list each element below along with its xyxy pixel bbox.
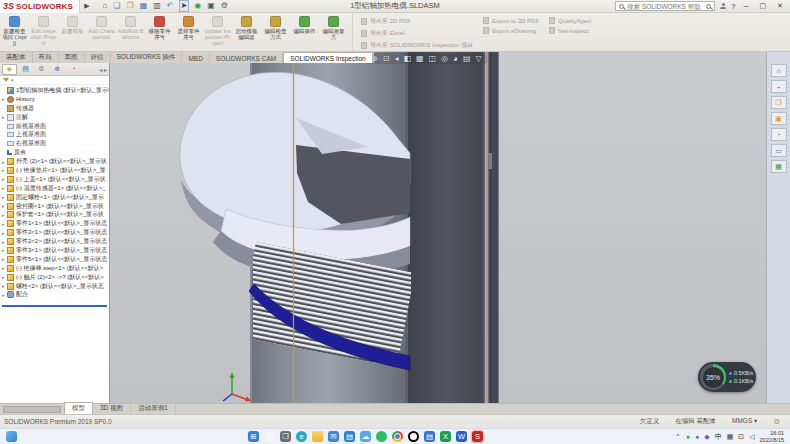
tray-app-green-icon[interactable]: ●: [686, 432, 690, 441]
featuremanager-tab[interactable]: ◈: [2, 64, 17, 75]
onedrive-icon[interactable]: ☁: [360, 431, 371, 442]
edit-inspection-method-button[interactable]: 编辑检查方式: [261, 13, 290, 51]
status-units-icon[interactable]: ⊙: [773, 417, 780, 426]
minimize-button[interactable]: ─: [741, 3, 752, 10]
commandmanager-tab[interactable]: 布局: [33, 51, 59, 63]
display-settings-icon[interactable]: ▣: [206, 1, 216, 11]
menu-flyout-arrow[interactable]: ▶: [84, 2, 89, 10]
commandmanager-tab[interactable]: 评估: [85, 51, 111, 63]
export-menu-item[interactable]: Export to 3D PDF: [483, 17, 539, 24]
tree-item[interactable]: ▸ 传感器: [0, 104, 109, 113]
file-explorer-icon[interactable]: [312, 431, 323, 442]
view-orientation-icon[interactable]: ▦: [416, 54, 424, 63]
hide-show-items-icon[interactable]: ◎: [441, 54, 448, 63]
tray-shield-icon[interactable]: ◆: [704, 432, 709, 441]
export-menu-item[interactable]: 导出至 2D PDF: [361, 17, 473, 26]
export-menu-item[interactable]: 导出至 SOLIDWORKS Inspection 项目: [361, 41, 473, 50]
status-item[interactable]: 欠定义: [640, 417, 660, 426]
rebuild-icon[interactable]: ◉: [193, 1, 202, 11]
edge-icon[interactable]: e: [296, 431, 307, 442]
remove-balloons-button[interactable]: 移除零件序号: [145, 13, 174, 51]
design-library-icon[interactable]: ❐: [771, 96, 787, 109]
tree-item[interactable]: ▸ History: [0, 95, 109, 104]
taskbar-clock[interactable]: 16:01 2022/8/15: [760, 430, 784, 443]
ime-language-indicator[interactable]: 中: [715, 432, 722, 441]
commandmanager-tab[interactable]: SOLIDWORKS 插件: [111, 51, 183, 63]
tree-item[interactable]: ▸ 注解: [0, 113, 109, 122]
edit-appearance-icon[interactable]: ◕: [453, 54, 458, 63]
tab-scroll-slider[interactable]: [3, 406, 61, 413]
volume-icon[interactable]: ◁: [749, 432, 754, 441]
tree-item[interactable]: ▸ (-) 温度传感器<1> (默认<<默认>_: [0, 184, 109, 193]
configurationmanager-tab[interactable]: ⚙: [34, 64, 49, 75]
section-view-icon[interactable]: ◧: [403, 54, 411, 63]
new-inspection-project-button[interactable]: 新建检查项目 (.ixprj): [0, 13, 29, 51]
tree-item[interactable]: ▸ 右视基准面: [0, 139, 109, 148]
commandmanager-tab[interactable]: 装配体: [0, 51, 33, 63]
view-settings-icon[interactable]: ▽: [476, 54, 482, 63]
save-icon[interactable]: ▦: [139, 1, 149, 11]
resources-icon[interactable]: ◒: [771, 80, 787, 93]
commandmanager-tab[interactable]: 草图: [59, 51, 85, 63]
monitor-icon[interactable]: ⊡: [738, 432, 744, 441]
tree-item[interactable]: ▸ (-) 上盖<1> (默认<<默认>_显示状: [0, 175, 109, 184]
weather-widget-icon[interactable]: [6, 431, 17, 442]
assembly-model[interactable]: [110, 52, 766, 403]
tree-item[interactable]: ▸ (-) 触片 (2)<2> ->? (默认<<默认>: [0, 273, 109, 282]
tree-item[interactable]: ▸ 螺栓<2> (默认<<默认>_显示状态: [0, 282, 109, 291]
undo-icon[interactable]: ↶: [166, 1, 175, 11]
help-button[interactable]: ?: [731, 2, 735, 11]
file-explorer-icon[interactable]: ▣: [771, 112, 787, 125]
tree-item[interactable]: ▸ 零件2<1> (默认<<默认>_显示状态: [0, 228, 109, 237]
app-orange-ring-icon[interactable]: [408, 431, 419, 442]
add-edit-balloons-button[interactable]: Add/Edit Balloons: [116, 13, 145, 51]
view-palette-icon[interactable]: ▭: [771, 144, 787, 157]
tree-item[interactable]: ▸ 保护套<1> (默认<<默认>_显示状: [0, 210, 109, 219]
app-green-icon[interactable]: [376, 431, 387, 442]
displaymanager-tab[interactable]: ◔: [66, 64, 81, 75]
edit-measurement-button[interactable]: 编辑测量方: [319, 13, 348, 51]
tree-item[interactable]: ▸ 零件2<2> (默认<<默认>_显示状态: [0, 237, 109, 246]
status-item[interactable]: MMGS ▾: [732, 417, 757, 426]
tree-item[interactable]: ▸ 零件5<1> (默认<<默认>_显示状态: [0, 255, 109, 264]
previous-view-icon[interactable]: ◂: [394, 54, 398, 63]
speed-monitor-widget[interactable]: 35% 0.5KB/s 0.1KB/s: [698, 362, 756, 392]
appearances-icon[interactable]: ◔: [771, 128, 787, 141]
export-menu-item[interactable]: Export eDrawing: [483, 27, 539, 34]
edit-operation-button[interactable]: 编辑操作: [290, 13, 319, 51]
tree-filter-bar[interactable]: ▾: [0, 76, 109, 85]
tree-item[interactable]: ▸ 上视基准面: [0, 130, 109, 139]
search-dropdown-icon[interactable]: [706, 4, 711, 9]
tree-item[interactable]: ▸ 密封圈<1> (默认<<默认>_显示状: [0, 202, 109, 211]
close-button[interactable]: ✕: [774, 2, 786, 10]
tree-item[interactable]: ▸ 固定螺栓<1> (默认<<默认>_显示: [0, 193, 109, 202]
launch-template-editor-button[interactable]: 启动模板编辑器: [232, 13, 261, 51]
panel-tab-overflow-arrows[interactable]: ◂ ▸: [99, 66, 109, 73]
tray-expand-icon[interactable]: ⌃: [675, 432, 681, 441]
search-button[interactable]: [264, 431, 275, 442]
open-icon[interactable]: ❐: [126, 1, 135, 11]
options-gear-icon[interactable]: ⚙: [220, 1, 229, 11]
tray-app-blue-icon[interactable]: ●: [695, 432, 699, 441]
store-icon[interactable]: ▤: [344, 431, 355, 442]
chrome-icon[interactable]: [392, 431, 403, 442]
start-button[interactable]: ⊞: [248, 431, 259, 442]
commandmanager-tab[interactable]: SOLIDWORKS Inspection: [283, 52, 373, 63]
help-search-box[interactable]: [615, 1, 715, 11]
custom-properties-icon[interactable]: ▦: [771, 160, 787, 173]
tree-item[interactable]: ▸ 原点: [0, 148, 109, 157]
commandmanager-tab[interactable]: SOLIDWORKS CAM: [210, 53, 283, 63]
search-input[interactable]: [627, 3, 703, 10]
tree-item[interactable]: ▸ 零件3<1> (默认<<默认>_显示状态: [0, 246, 109, 255]
excel-icon[interactable]: X: [440, 431, 451, 442]
tree-item[interactable]: ▸ (-) 绝缘棒.step<1> (默认<<默认>: [0, 264, 109, 273]
print-icon[interactable]: ▥: [152, 1, 162, 11]
select-balloons-button[interactable]: 选择零件序号: [174, 13, 203, 51]
task-view-button[interactable]: ❒: [280, 431, 291, 442]
tree-item[interactable]: ▸ 外壳 (2)<1> (默认<<默认>_显示状: [0, 157, 109, 166]
select-arrow-icon[interactable]: ➤: [179, 0, 190, 12]
export-menu-item[interactable]: 导出至 Excel: [361, 29, 473, 38]
home-tab-icon[interactable]: ⌂: [771, 64, 787, 77]
new-document-icon[interactable]: ❏: [112, 1, 121, 11]
export-menu-item[interactable]: Net-Inspect: [549, 27, 591, 34]
